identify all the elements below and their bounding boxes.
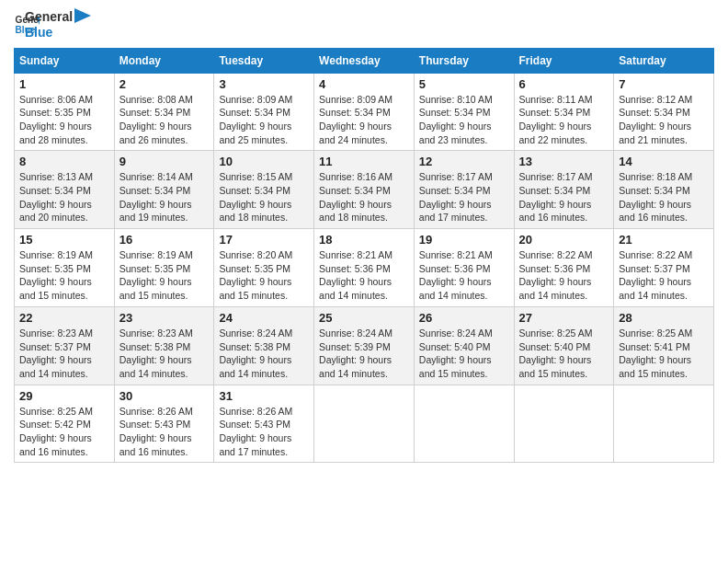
day-number: 31 [219,389,309,403]
day-number: 13 [519,155,609,168]
day-number: 11 [319,155,409,168]
day-number: 28 [619,311,709,325]
calendar-cell: 10Sunrise: 8:15 AMSunset: 5:34 PMDayligh… [214,151,314,229]
day-number: 20 [519,233,609,247]
header-wednesday: Wednesday [314,48,415,73]
day-info: Sunrise: 8:25 AMSunset: 5:41 PMDaylight:… [619,327,709,381]
day-info: Sunrise: 8:21 AMSunset: 5:36 PMDaylight:… [319,248,409,303]
header-tuesday: Tuesday [214,48,314,73]
day-number: 30 [119,389,210,403]
day-number: 14 [619,155,709,168]
day-info: Sunrise: 8:23 AMSunset: 5:37 PMDaylight:… [19,327,109,381]
calendar-cell: 31Sunrise: 8:26 AMSunset: 5:43 PMDayligh… [214,385,314,463]
day-info: Sunrise: 8:19 AMSunset: 5:35 PMDaylight:… [19,248,109,303]
page: General Blue General Blue Sunday Monday … [0,0,728,563]
header-friday: Friday [514,48,614,73]
day-number: 23 [119,311,210,325]
header-monday: Monday [114,48,214,73]
day-info: Sunrise: 8:18 AMSunset: 5:34 PMDaylight:… [619,170,709,224]
calendar-cell: 11Sunrise: 8:16 AMSunset: 5:34 PMDayligh… [314,151,415,229]
logo: General Blue General Blue [14,9,91,40]
day-info: Sunrise: 8:26 AMSunset: 5:43 PMDaylight:… [119,405,210,459]
calendar-week-row: 1Sunrise: 8:06 AMSunset: 5:35 PMDaylight… [15,73,714,151]
day-info: Sunrise: 8:09 AMSunset: 5:34 PMDaylight:… [219,93,309,147]
calendar-cell: 24Sunrise: 8:24 AMSunset: 5:38 PMDayligh… [214,306,314,385]
calendar-cell: 17Sunrise: 8:20 AMSunset: 5:35 PMDayligh… [214,229,314,307]
day-number: 15 [19,233,109,247]
day-info: Sunrise: 8:11 AMSunset: 5:34 PMDaylight:… [519,93,609,147]
day-number: 21 [619,233,709,247]
calendar-cell: 7Sunrise: 8:12 AMSunset: 5:34 PMDaylight… [614,73,714,151]
calendar-cell: 1Sunrise: 8:06 AMSunset: 5:35 PMDaylight… [15,73,115,151]
calendar-cell: 14Sunrise: 8:18 AMSunset: 5:34 PMDayligh… [614,151,714,229]
day-number: 12 [419,155,509,168]
day-info: Sunrise: 8:15 AMSunset: 5:34 PMDaylight:… [219,170,309,224]
header-thursday: Thursday [414,48,514,73]
calendar-cell: 21Sunrise: 8:22 AMSunset: 5:37 PMDayligh… [614,229,714,307]
day-number: 27 [519,311,609,325]
calendar-cell: 16Sunrise: 8:19 AMSunset: 5:35 PMDayligh… [114,229,214,307]
calendar-cell: 25Sunrise: 8:24 AMSunset: 5:39 PMDayligh… [314,306,415,385]
day-info: Sunrise: 8:12 AMSunset: 5:34 PMDaylight:… [619,93,709,147]
calendar-week-row: 29Sunrise: 8:25 AMSunset: 5:42 PMDayligh… [15,385,714,463]
calendar-cell: 12Sunrise: 8:17 AMSunset: 5:34 PMDayligh… [414,151,514,229]
calendar-week-row: 22Sunrise: 8:23 AMSunset: 5:37 PMDayligh… [15,306,714,385]
calendar-cell [614,385,714,463]
day-number: 29 [19,389,109,403]
calendar-cell [314,385,415,463]
calendar-cell: 18Sunrise: 8:21 AMSunset: 5:36 PMDayligh… [314,229,415,307]
logo-blue: Blue [25,25,73,40]
day-number: 3 [219,77,309,91]
calendar-cell: 30Sunrise: 8:26 AMSunset: 5:43 PMDayligh… [114,385,214,463]
day-info: Sunrise: 8:20 AMSunset: 5:35 PMDaylight:… [219,248,309,303]
day-number: 19 [419,233,509,247]
logo-general: General [25,9,73,25]
calendar-cell: 8Sunrise: 8:13 AMSunset: 5:34 PMDaylight… [15,151,115,229]
day-info: Sunrise: 8:24 AMSunset: 5:39 PMDaylight:… [319,327,409,381]
day-number: 8 [19,155,109,168]
day-info: Sunrise: 8:19 AMSunset: 5:35 PMDaylight:… [119,248,210,303]
day-info: Sunrise: 8:10 AMSunset: 5:34 PMDaylight:… [419,93,509,147]
day-number: 7 [619,77,709,91]
calendar-table: Sunday Monday Tuesday Wednesday Thursday… [14,48,714,464]
weekday-header-row: Sunday Monday Tuesday Wednesday Thursday… [15,48,714,73]
calendar-cell: 22Sunrise: 8:23 AMSunset: 5:37 PMDayligh… [15,306,115,385]
day-number: 26 [419,311,509,325]
calendar-week-row: 15Sunrise: 8:19 AMSunset: 5:35 PMDayligh… [15,229,714,307]
calendar-cell [514,385,614,463]
day-number: 22 [19,311,109,325]
day-info: Sunrise: 8:22 AMSunset: 5:36 PMDaylight:… [519,248,609,303]
header: General Blue General Blue [14,9,714,40]
day-info: Sunrise: 8:26 AMSunset: 5:43 PMDaylight:… [219,405,309,459]
day-number: 17 [219,233,309,247]
calendar-week-row: 8Sunrise: 8:13 AMSunset: 5:34 PMDaylight… [15,151,714,229]
calendar-cell: 6Sunrise: 8:11 AMSunset: 5:34 PMDaylight… [514,73,614,151]
day-number: 1 [19,77,109,91]
calendar-cell: 20Sunrise: 8:22 AMSunset: 5:36 PMDayligh… [514,229,614,307]
calendar-cell: 27Sunrise: 8:25 AMSunset: 5:40 PMDayligh… [514,306,614,385]
calendar-cell: 3Sunrise: 8:09 AMSunset: 5:34 PMDaylight… [214,73,314,151]
day-number: 5 [419,77,509,91]
day-number: 24 [219,311,309,325]
day-info: Sunrise: 8:24 AMSunset: 5:38 PMDaylight:… [219,327,309,381]
day-info: Sunrise: 8:17 AMSunset: 5:34 PMDaylight:… [519,170,609,224]
header-sunday: Sunday [15,48,115,73]
day-number: 6 [519,77,609,91]
day-number: 4 [319,77,409,91]
day-info: Sunrise: 8:22 AMSunset: 5:37 PMDaylight:… [619,248,709,303]
day-info: Sunrise: 8:14 AMSunset: 5:34 PMDaylight:… [119,170,210,224]
calendar-cell: 26Sunrise: 8:24 AMSunset: 5:40 PMDayligh… [414,306,514,385]
header-saturday: Saturday [614,48,714,73]
day-number: 25 [319,311,409,325]
day-number: 9 [119,155,210,168]
day-info: Sunrise: 8:25 AMSunset: 5:42 PMDaylight:… [19,405,109,459]
day-info: Sunrise: 8:13 AMSunset: 5:34 PMDaylight:… [19,170,109,224]
day-info: Sunrise: 8:08 AMSunset: 5:34 PMDaylight:… [119,93,210,147]
calendar-cell: 28Sunrise: 8:25 AMSunset: 5:41 PMDayligh… [614,306,714,385]
day-info: Sunrise: 8:21 AMSunset: 5:36 PMDaylight:… [419,248,509,303]
calendar-cell: 29Sunrise: 8:25 AMSunset: 5:42 PMDayligh… [15,385,115,463]
calendar-cell: 2Sunrise: 8:08 AMSunset: 5:34 PMDaylight… [114,73,214,151]
day-info: Sunrise: 8:24 AMSunset: 5:40 PMDaylight:… [419,327,509,381]
calendar-cell [414,385,514,463]
calendar-cell: 5Sunrise: 8:10 AMSunset: 5:34 PMDaylight… [414,73,514,151]
